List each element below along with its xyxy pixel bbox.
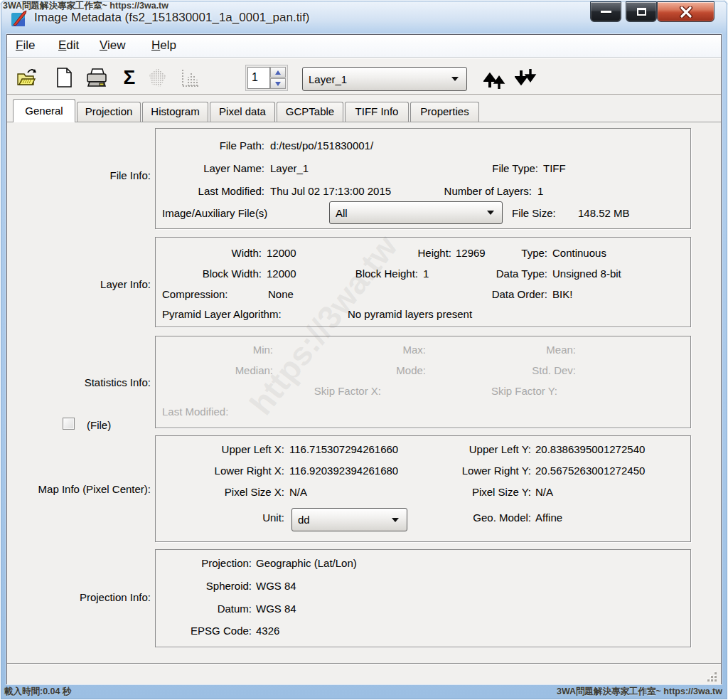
number-of-layers-label: Number of Layers: — [444, 185, 532, 197]
layer-name-label: Layer Name: — [203, 162, 264, 174]
min-label: Min: — [253, 344, 273, 356]
mean-label: Mean: — [546, 344, 576, 356]
band-spinner-value[interactable]: 1 — [247, 67, 270, 89]
data-type-value: Unsigned 8-bit — [552, 267, 621, 280]
pixel-data-button-disabled — [146, 66, 169, 89]
block-height-label: Block Height: — [355, 267, 418, 280]
tab-pixel-data[interactable]: Pixel data — [210, 102, 275, 122]
open-file-button[interactable] — [16, 66, 38, 89]
close-button[interactable] — [657, 1, 714, 22]
new-file-button[interactable] — [53, 66, 75, 89]
tab-general[interactable]: General — [13, 99, 75, 122]
height-label: Height: — [417, 247, 451, 259]
stats-last-modified-label: Last Modified: — [162, 405, 228, 418]
epsg-value: 4326 — [256, 625, 279, 637]
upper-left-x-label: Upper Left X: — [222, 443, 284, 455]
raise-band-icon — [483, 68, 509, 90]
sum-statistics-icon: Σ — [124, 68, 136, 88]
aux-files-label: Image/Auxiliary File(s) — [162, 207, 267, 219]
minimize-icon — [601, 11, 611, 13]
type-label: Type: — [521, 247, 547, 259]
band-spinner: 1 — [245, 65, 288, 91]
lower-right-x-value: 116.920392394261680 — [289, 465, 398, 477]
watermark-bottom-right: 3WA問題解決專家工作室~ https://3wa.tw — [557, 686, 722, 698]
pyramid-value: No pyramid layers present — [348, 308, 472, 320]
unit-select[interactable]: dd — [291, 508, 407, 531]
lower-right-y-label: Lower Right Y: — [462, 465, 531, 477]
pixel-data-icon — [147, 67, 168, 88]
layer-info-section-label: Layer Info: — [100, 278, 151, 290]
block-width-label: Block Width: — [203, 267, 262, 280]
datum-label: Datum: — [218, 603, 252, 615]
print-icon — [85, 67, 108, 88]
file-path-value: d:/test/po/151830001/ — [270, 139, 373, 152]
band-spinner-up-button[interactable] — [270, 67, 286, 78]
file-path-label: File Path: — [220, 139, 264, 152]
file-statistics-checkbox[interactable] — [63, 418, 75, 430]
statistics-button[interactable]: Σ — [118, 66, 141, 89]
width-value: 12000 — [267, 247, 296, 259]
upper-left-y-value: 20.8386395001272540 — [535, 443, 645, 455]
data-order-label: Data Order: — [492, 288, 547, 300]
histogram-button-disabled — [179, 66, 202, 89]
mode-label: Mode: — [396, 364, 426, 376]
pixel-size-x-label: Pixel Size X: — [225, 486, 284, 498]
layer-select[interactable]: Layer_1 — [302, 67, 467, 91]
data-order-value: BIK! — [552, 288, 572, 300]
minimize-button[interactable] — [590, 1, 621, 22]
spheroid-value: WGS 84 — [256, 580, 296, 592]
band-spinner-down-button[interactable] — [270, 78, 286, 89]
menu-view[interactable]: View — [100, 38, 126, 53]
tab-gcptable[interactable]: GCPTable — [277, 102, 343, 122]
aux-files-select-value: All — [330, 207, 348, 219]
aux-files-select[interactable]: All — [329, 201, 503, 224]
pixel-size-x-value: N/A — [289, 486, 307, 498]
chevron-down-icon — [451, 77, 459, 81]
image-metadata-window: Image Metadata (fs2_151830001_1a_0001_pa… — [0, 0, 728, 700]
lower-right-x-label: Lower Right X: — [215, 465, 284, 477]
compression-value: None — [268, 288, 294, 300]
median-label: Median: — [235, 364, 273, 376]
tab-properties[interactable]: Properties — [410, 102, 479, 122]
unit-select-value: dd — [292, 514, 310, 526]
lower-right-y-value: 20.5675263001272450 — [535, 465, 645, 477]
maximize-button[interactable] — [626, 1, 657, 22]
layer-select-value: Layer_1 — [303, 73, 347, 85]
maximize-icon — [637, 8, 646, 16]
tab-projection[interactable]: Projection — [77, 102, 141, 122]
menu-file[interactable]: File — [16, 38, 35, 53]
file-size-label: File Size: — [512, 207, 556, 219]
file-size-value: 148.52 MB — [578, 207, 630, 219]
last-modified-value: Thu Jul 02 17:13:00 2015 — [270, 185, 391, 197]
projection-info-section-label: Projection Info: — [80, 591, 151, 603]
block-height-value: 1 — [423, 267, 429, 280]
print-button[interactable] — [85, 66, 108, 89]
menu-edit[interactable]: Edit — [58, 38, 79, 53]
raise-band-button[interactable] — [482, 67, 510, 91]
spheroid-label: Spheroid: — [206, 580, 252, 592]
compression-label: Compression: — [162, 288, 228, 300]
window-title: Image Metadata (fs2_151830001_1a_0001_pa… — [34, 11, 310, 25]
lower-band-button[interactable] — [513, 67, 542, 91]
tab-histogram[interactable]: Histogram — [142, 102, 208, 122]
upper-left-x-value: 116.715307294261660 — [289, 443, 398, 455]
upper-left-y-label: Upper Left Y: — [469, 443, 531, 455]
skip-factor-y-label: Skip Factor Y: — [491, 385, 557, 397]
type-value: Continuous — [552, 247, 606, 259]
number-of-layers-value: 1 — [537, 185, 543, 197]
tab-tiff-info[interactable]: TIFF Info — [345, 102, 409, 122]
skip-factor-x-label: Skip Factor X: — [314, 385, 381, 397]
spinner-down-icon — [275, 82, 281, 86]
watermark-top-left: 3WA問題解決專家工作室~ https://3wa.tw — [3, 0, 168, 12]
std-dev-label: Std. Dev: — [532, 364, 576, 376]
file-type-value: TIFF — [543, 162, 566, 174]
layer-name-value: Layer_1 — [270, 162, 309, 174]
menu-help[interactable]: Help — [151, 38, 176, 53]
pixel-size-y-label: Pixel Size Y: — [472, 486, 531, 498]
resize-grip[interactable] — [707, 672, 717, 682]
geo-model-value: Affine — [535, 511, 562, 524]
projection-label: Projection: — [201, 557, 252, 569]
menu-bar: File Edit View Help — [7, 35, 721, 58]
file-info-section-label: File Info: — [109, 169, 151, 181]
new-file-icon — [55, 67, 73, 88]
